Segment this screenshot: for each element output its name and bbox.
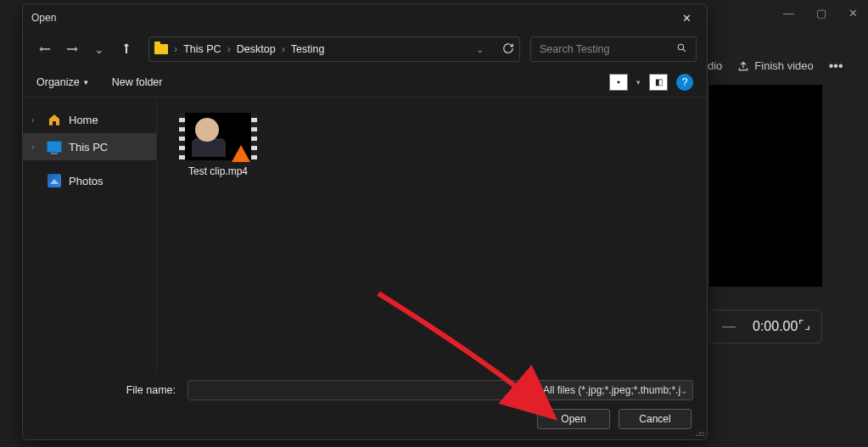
filter-text: All files (*.jpg;*.jpeg;*.thumb;*.j (543, 384, 680, 396)
caret-down-icon: ▾ (84, 78, 88, 87)
close-app-icon[interactable]: ✕ (848, 7, 858, 20)
sidebar-item-label: Photos (69, 175, 103, 187)
search-input[interactable]: Search Testing (530, 36, 697, 62)
organize-menu[interactable]: Organize ▾ (36, 76, 88, 88)
back-button[interactable]: 🠔 (33, 37, 57, 61)
file-item[interactable]: Test clip.mp4 (176, 113, 260, 177)
dialog-footer: File name: All files (*.jpg;*.jpeg;*.thu… (23, 372, 707, 439)
sidebar-item-label: Home (69, 114, 98, 126)
sidebar: › Home › This PC Photos (23, 98, 157, 372)
filename-label: File name: (36, 384, 181, 396)
view-mode-button[interactable]: ▪ (609, 74, 628, 91)
dialog-close-icon[interactable]: ✕ (675, 8, 698, 28)
photos-icon (47, 173, 62, 188)
filetype-filter[interactable]: All files (*.jpg;*.jpeg;*.thumb;*.j ⌄ (535, 380, 693, 400)
timecode: 0:00.00 (753, 319, 798, 334)
maximize-icon[interactable]: ▢ (816, 7, 826, 20)
open-button[interactable]: Open (537, 409, 610, 429)
folder-icon (154, 44, 168, 54)
address-bar[interactable]: › This PC › Desktop › Testing ⌄ (148, 36, 520, 62)
file-pane[interactable]: Test clip.mp4 (157, 98, 707, 372)
minimize-icon[interactable]: — (783, 7, 794, 20)
help-icon[interactable]: ? (676, 74, 693, 91)
up-button[interactable]: 🠕 (115, 37, 138, 61)
recent-dropdown-icon[interactable]: ⌄ (87, 37, 111, 61)
chevron-right-icon: › (174, 43, 177, 55)
resize-grip[interactable]: ⣠⣤ (695, 427, 703, 436)
more-icon[interactable]: ••• (829, 59, 843, 74)
sidebar-item-thispc[interactable]: › This PC (23, 133, 156, 160)
file-name: Test clip.mp4 (188, 165, 248, 177)
caret-down-icon: ⌄ (680, 386, 687, 395)
video-thumbnail (179, 113, 257, 160)
filename-input[interactable] (188, 380, 529, 400)
crumb-desktop[interactable]: Desktop (237, 43, 276, 55)
search-icon (676, 42, 687, 56)
cancel-button[interactable]: Cancel (619, 409, 692, 429)
chevron-right-icon: › (31, 115, 40, 125)
finish-video-button[interactable]: Finish video (737, 59, 813, 72)
pc-icon (47, 139, 62, 154)
forward-button[interactable]: 🠖 (60, 37, 84, 61)
address-dropdown-icon[interactable]: ⌄ (476, 44, 484, 55)
crumb-testing[interactable]: Testing (291, 43, 325, 55)
chevron-right-icon: › (31, 142, 40, 152)
open-button-label: Open (561, 413, 585, 425)
audio-button[interactable]: dio (708, 59, 722, 72)
open-dialog: Open ✕ 🠔 🠖 ⌄ 🠕 › This PC › Desktop › Tes… (22, 3, 708, 440)
expand-icon[interactable] (798, 318, 811, 335)
organize-label: Organize (36, 76, 80, 88)
svg-point-0 (678, 44, 684, 50)
refresh-icon[interactable] (502, 42, 514, 57)
preview-pane-button[interactable]: ◧ (649, 74, 668, 91)
video-preview (709, 85, 822, 287)
sidebar-item-photos[interactable]: Photos (23, 167, 156, 194)
view-dropdown-icon[interactable]: ▾ (636, 78, 641, 87)
chevron-right-icon: › (282, 43, 285, 55)
nav-row: 🠔 🠖 ⌄ 🠕 › This PC › Desktop › Testing ⌄ … (23, 31, 707, 67)
sidebar-item-label: This PC (69, 141, 108, 154)
home-icon (47, 112, 62, 127)
export-icon (737, 60, 749, 72)
cancel-button-label: Cancel (639, 413, 670, 425)
search-placeholder: Search Testing (540, 43, 609, 55)
chevron-right-icon: › (227, 43, 231, 55)
vlc-icon (232, 145, 250, 162)
sidebar-item-home[interactable]: › Home (23, 106, 156, 133)
time-bar: — 0:00.00 (709, 310, 822, 344)
finish-video-label: Finish video (754, 59, 813, 72)
crumb-thispc[interactable]: This PC (183, 43, 221, 55)
dialog-titlebar: Open ✕ (23, 4, 707, 31)
new-folder-button[interactable]: New folder (112, 76, 163, 88)
dialog-title: Open (31, 12, 56, 24)
command-bar: Organize ▾ New folder ▪ ▾ ◧ ? (23, 67, 707, 98)
